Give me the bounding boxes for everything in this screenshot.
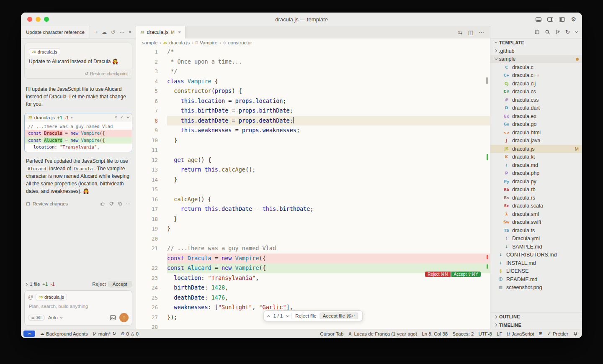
line-number[interactable]: 27: [136, 313, 167, 323]
editor-tab-dracula-js[interactable]: JS dracula.js M ×: [136, 26, 186, 38]
tree-file-screenshot.png[interactable]: ▨screenshot.png: [490, 284, 582, 292]
toggle-secondary-sidebar-icon[interactable]: [547, 17, 553, 22]
tree-file-dracula.md[interactable]: ↓dracula.md: [490, 161, 582, 169]
accept-file-button[interactable]: Accept file ⌘↵: [320, 313, 358, 319]
thumbs-down-icon[interactable]: [109, 201, 114, 206]
code-line[interactable]: 10 }: [136, 136, 490, 146]
line-number[interactable]: 5: [136, 86, 167, 96]
line-number[interactable]: 8: [136, 116, 167, 126]
chat-diff-card[interactable]: JS dracula.js +1 -1 • × ✓ // ...there wa…: [24, 113, 132, 152]
line-number[interactable]: 17: [136, 204, 167, 214]
line-number[interactable]: 23: [136, 273, 167, 283]
file-chip[interactable]: JS dracula.js: [29, 49, 60, 55]
code-line[interactable]: const Dracula = new Vampire({: [136, 254, 490, 264]
toggle-panel-icon[interactable]: [536, 17, 541, 22]
code-line[interactable]: 14 }: [136, 175, 490, 185]
tree-file-SAMPLE.md[interactable]: ↓SAMPLE.md: [490, 243, 582, 251]
line-number[interactable]: 21: [136, 244, 167, 254]
reject-all-button[interactable]: Reject: [92, 282, 106, 287]
remote-indicator[interactable]: ><: [23, 331, 35, 337]
line-number[interactable]: 6: [136, 96, 167, 106]
open-changes-icon[interactable]: ⇆: [458, 29, 463, 36]
cursor-position-status[interactable]: Ln 8, Col 38: [422, 331, 448, 336]
more-options-icon[interactable]: ⋯: [119, 29, 124, 35]
code-line[interactable]: 18 }: [136, 214, 490, 224]
line-number[interactable]: [136, 254, 167, 264]
diff-accept-icon[interactable]: ✓: [120, 115, 124, 120]
encoding-status[interactable]: UTF-8: [478, 331, 492, 336]
code-editor[interactable]: 1/*2 * Once upon a time...3 */4class Vam…: [136, 47, 490, 329]
refresh-icon[interactable]: ↻: [565, 29, 570, 35]
code-line[interactable]: 8 this.deathDate = props.deathDate;: [136, 116, 490, 126]
tree-file-README.md[interactable]: ⓘREADME.md: [490, 275, 582, 284]
scrollbar-thumb[interactable]: [486, 77, 488, 84]
tree-file-dracula.cs[interactable]: C#dracula.cs: [490, 88, 582, 96]
line-number[interactable]: 7: [136, 106, 167, 116]
tree-file-dracula.clj[interactable]: Cjdracula.clj: [490, 79, 582, 88]
eol-status[interactable]: LF: [497, 331, 502, 336]
code-line[interactable]: 11: [136, 145, 490, 155]
line-number[interactable]: 28: [136, 322, 167, 329]
git-blame-status[interactable]: Lucas de França (1 year ago): [348, 331, 417, 336]
model-selector[interactable]: Auto: [48, 315, 62, 320]
line-number[interactable]: 22: [136, 263, 167, 273]
code-line[interactable]: 12 get age() {: [136, 155, 490, 165]
reject-change-button[interactable]: Reject ⌘N: [425, 272, 450, 277]
restore-checkpoint-button[interactable]: ↺ Restore checkpoint: [85, 71, 128, 76]
thumbs-up-icon[interactable]: [100, 201, 105, 206]
chevron-down-icon[interactable]: [126, 115, 129, 118]
breadcrumb[interactable]: sample › JS dracula.js › □ Vampire › ◇ c…: [136, 38, 490, 47]
background-agents-button[interactable]: ☁ Background Agents: [40, 331, 88, 336]
code-line[interactable]: 19}: [136, 224, 490, 234]
more-actions-icon[interactable]: ⋯: [126, 201, 131, 207]
copy-icon[interactable]: [118, 201, 122, 206]
more-actions-icon[interactable]: ⋯: [479, 29, 484, 36]
cloud-icon[interactable]: ☁: [102, 29, 107, 35]
breadcrumb-method[interactable]: constructor: [228, 40, 252, 45]
tree-file-dracula.rs[interactable]: Rsdracula.rs: [490, 194, 582, 202]
send-button[interactable]: ↑: [119, 313, 129, 322]
breadcrumb-folder[interactable]: sample: [142, 40, 157, 45]
cursor-tab-status[interactable]: Cursor Tab: [320, 331, 343, 336]
chevron-right-icon[interactable]: [25, 282, 28, 285]
code-line[interactable]: 5 constructor(props) {: [136, 86, 490, 96]
grid-icon[interactable]: ⊞: [539, 331, 542, 336]
chat-input-placeholder[interactable]: Plan, search, build anything: [29, 304, 128, 309]
line-number[interactable]: 15: [136, 185, 167, 195]
tree-file-dracula.ex[interactable]: Exdracula.ex: [490, 112, 582, 120]
tree-file-LICENSE[interactable]: §LICENSE: [490, 267, 582, 276]
search-icon[interactable]: [545, 29, 550, 35]
close-tab-icon[interactable]: ×: [178, 29, 181, 35]
line-number[interactable]: 12: [136, 155, 167, 165]
files-summary[interactable]: 1 file: [30, 282, 40, 287]
tree-file-CONTRIBUTORS.md[interactable]: ↓CONTRIBUTORS.md: [490, 251, 582, 259]
reject-file-button[interactable]: Reject file: [295, 313, 317, 318]
history-icon[interactable]: ↺: [111, 29, 115, 35]
indentation-status[interactable]: Spaces: 2: [452, 331, 474, 336]
settings-gear-icon[interactable]: ⚙: [571, 16, 576, 22]
previous-change-icon[interactable]: [267, 315, 270, 318]
line-number[interactable]: 9: [136, 126, 167, 136]
tree-file-Dracula.yml[interactable]: !Dracula.yml: [490, 235, 582, 243]
code-line[interactable]: 13 return this.calcAge();: [136, 165, 490, 175]
line-number[interactable]: 26: [136, 302, 167, 313]
line-number[interactable]: 11: [136, 145, 167, 155]
code-line[interactable]: 21// ...there was a guy named Vlad: [136, 244, 490, 254]
line-number[interactable]: 4: [136, 77, 167, 87]
line-number[interactable]: 3: [136, 67, 167, 77]
attach-image-icon[interactable]: [110, 315, 116, 320]
tree-file-dracula.c++[interactable]: C+dracula.c++: [490, 72, 582, 80]
line-number[interactable]: 14: [136, 175, 167, 185]
diff-close-icon[interactable]: ×: [115, 115, 117, 120]
line-number[interactable]: 2: [136, 57, 167, 67]
language-mode-status[interactable]: {} JavaScript: [507, 331, 534, 336]
mention-icon[interactable]: @: [28, 294, 33, 300]
timeline-section-header[interactable]: TIMELINE: [490, 321, 582, 329]
problems-button[interactable]: ⊘ 0 △ 0: [121, 331, 139, 336]
code-line[interactable]: 9 this.weaknesses = props.weaknesses;: [136, 126, 490, 136]
code-line[interactable]: 6 this.location = props.location;: [136, 96, 490, 106]
tree-file-dracula.scala[interactable]: Scdracula.scala: [490, 202, 582, 210]
tree-file-dracula.sml[interactable]: λdracula.sml: [490, 210, 582, 218]
accept-all-button[interactable]: Accept: [108, 281, 131, 287]
split-editor-icon[interactable]: ◫: [468, 29, 473, 36]
